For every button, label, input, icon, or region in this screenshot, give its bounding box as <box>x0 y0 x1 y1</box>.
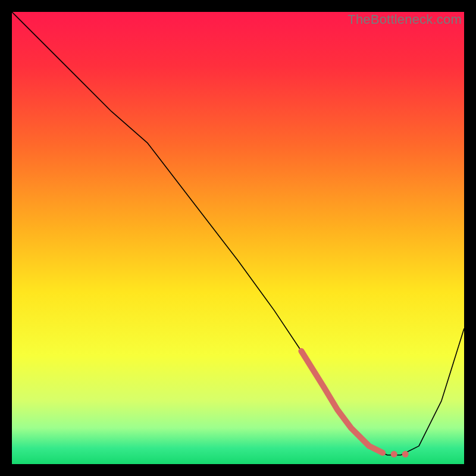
watermark-text: TheBottleneck.com <box>347 12 462 27</box>
chart-frame: TheBottleneck.com <box>12 12 464 464</box>
svg-point-1 <box>402 451 409 458</box>
chart-svg <box>12 12 464 464</box>
svg-point-0 <box>391 451 397 458</box>
